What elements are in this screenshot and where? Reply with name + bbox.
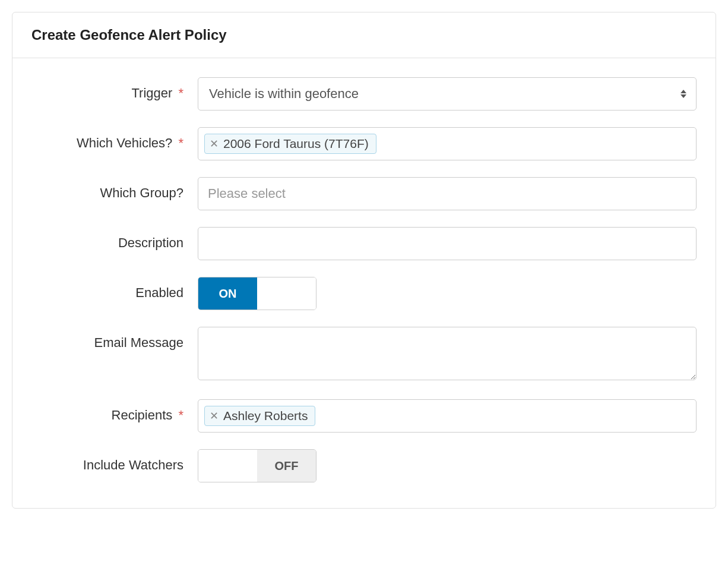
toggle-on-label xyxy=(198,450,257,482)
recipients-row: Recipients * ✕ Ashley Roberts xyxy=(31,399,697,433)
required-mark: * xyxy=(178,86,183,100)
vehicle-tag: ✕ 2006 Ford Taurus (7T76F) xyxy=(204,134,376,154)
remove-tag-icon[interactable]: ✕ xyxy=(210,411,219,421)
vehicles-row: Which Vehicles? * ✕ 2006 Ford Taurus (7T… xyxy=(31,127,697,160)
toggle-on-label: ON xyxy=(198,277,257,310)
description-row: Description xyxy=(31,227,697,260)
enabled-toggle[interactable]: ON xyxy=(198,277,316,310)
email-message-control-wrap xyxy=(198,327,697,383)
email-message-label: Email Message xyxy=(31,327,198,351)
vehicles-label-text: Which Vehicles? xyxy=(77,135,172,150)
group-control-wrap: Please select xyxy=(198,177,697,210)
recipients-label-text: Recipients xyxy=(112,408,173,422)
vehicles-tag-input[interactable]: ✕ 2006 Ford Taurus (7T76F) xyxy=(198,127,697,160)
enabled-row: Enabled ON xyxy=(31,277,697,310)
include-watchers-control-wrap: OFF xyxy=(198,449,697,484)
include-watchers-label-text: Include Watchers xyxy=(83,457,183,472)
panel-title: Create Geofence Alert Policy xyxy=(31,27,697,43)
include-watchers-toggle[interactable]: OFF xyxy=(198,449,316,482)
enabled-control-wrap: ON xyxy=(198,277,697,310)
trigger-select-value: Vehicle is within geofence xyxy=(209,86,359,102)
recipients-control-wrap: ✕ Ashley Roberts xyxy=(198,399,697,433)
required-mark: * xyxy=(178,408,183,422)
group-placeholder: Please select xyxy=(204,186,286,201)
trigger-label-text: Trigger xyxy=(131,86,172,100)
trigger-control-wrap: Vehicle is within geofence xyxy=(198,77,697,111)
description-label-text: Description xyxy=(118,235,183,250)
vehicles-label: Which Vehicles? * xyxy=(31,127,198,151)
recipients-label: Recipients * xyxy=(31,399,198,423)
group-select[interactable]: Please select xyxy=(198,177,697,210)
trigger-select[interactable]: Vehicle is within geofence xyxy=(198,77,697,111)
trigger-row: Trigger * Vehicle is within geofence xyxy=(31,77,697,111)
select-caret-icon xyxy=(680,90,686,98)
include-watchers-label: Include Watchers xyxy=(31,449,198,473)
recipients-tag-input[interactable]: ✕ Ashley Roberts xyxy=(198,399,697,433)
group-label-text: Which Group? xyxy=(100,185,183,200)
toggle-off-label: OFF xyxy=(257,450,316,482)
include-watchers-row: Include Watchers OFF xyxy=(31,449,697,484)
email-message-textarea[interactable] xyxy=(198,327,697,380)
group-row: Which Group? Please select xyxy=(31,177,697,210)
description-control-wrap xyxy=(198,227,697,260)
create-geofence-alert-policy-panel: Create Geofence Alert Policy Trigger * V… xyxy=(12,12,716,509)
email-message-row: Email Message xyxy=(31,327,697,383)
recipient-tag-label: Ashley Roberts xyxy=(223,409,308,423)
recipient-tag: ✕ Ashley Roberts xyxy=(204,406,315,426)
vehicles-control-wrap: ✕ 2006 Ford Taurus (7T76F) xyxy=(198,127,697,160)
enabled-label: Enabled xyxy=(31,277,198,301)
panel-header: Create Geofence Alert Policy xyxy=(12,12,716,58)
toggle-off-label xyxy=(257,277,316,310)
remove-tag-icon[interactable]: ✕ xyxy=(210,138,219,149)
enabled-label-text: Enabled xyxy=(135,285,183,300)
vehicle-tag-label: 2006 Ford Taurus (7T76F) xyxy=(223,137,369,151)
description-input[interactable] xyxy=(198,227,697,260)
description-label: Description xyxy=(31,227,198,251)
email-message-label-text: Email Message xyxy=(94,335,183,350)
trigger-label: Trigger * xyxy=(31,77,198,101)
required-mark: * xyxy=(178,135,183,150)
group-label: Which Group? xyxy=(31,177,198,201)
panel-body: Trigger * Vehicle is within geofence Whi… xyxy=(12,58,716,508)
